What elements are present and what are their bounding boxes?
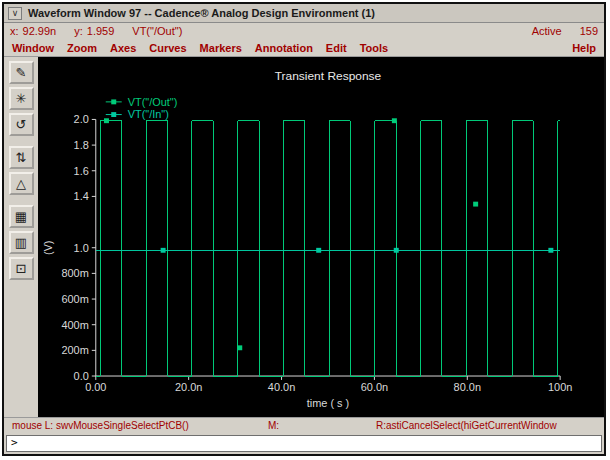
legend-sample-marker <box>111 112 116 117</box>
menubar: Window Zoom Axes Curves Markers Annotati… <box>4 39 604 57</box>
trace-marker[interactable] <box>392 118 397 123</box>
x-tick-label: 40.0n <box>268 381 295 393</box>
menu-edit[interactable]: Edit <box>326 42 347 54</box>
trace-marker[interactable] <box>394 248 399 253</box>
y-tick-label: 800m <box>61 267 88 279</box>
slope-mode-button[interactable]: △ <box>9 172 34 195</box>
waveform-plot[interactable]: 2.01.81.61.41.0800m600m400m200m0.00.0020… <box>38 57 604 417</box>
window-collapse-button[interactable]: ∨ <box>8 7 22 20</box>
trace-marker[interactable] <box>548 248 553 253</box>
y-tick-label: 1.6 <box>74 165 89 177</box>
menu-annotation[interactable]: Annotation <box>255 42 313 54</box>
y-axis-label: (V) <box>42 241 54 255</box>
mouse-middle-binding-label: M: <box>268 418 279 433</box>
trace-marker[interactable] <box>237 345 242 350</box>
x-tick-label: 60.0n <box>361 381 388 393</box>
menu-tools[interactable]: Tools <box>360 42 389 54</box>
titlebar: ∨ Waveform Window 97 -- Cadence® Analog … <box>4 4 604 23</box>
y-readout-value: 1.959 <box>87 25 115 37</box>
undo-button[interactable]: ↺ <box>9 113 34 136</box>
y-readout: y: 1.959 <box>74 25 114 37</box>
mouse-right-binding-label: R: <box>376 420 386 431</box>
active-count: 159 <box>580 25 598 37</box>
y-tick-label: 1.4 <box>74 190 89 202</box>
legend-entry[interactable]: VT("/In") <box>128 109 169 121</box>
waveform-window: ∨ Waveform Window 97 -- Cadence® Analog … <box>2 2 606 456</box>
subwindow-button[interactable]: ⊡ <box>9 257 34 280</box>
menu-axes[interactable]: Axes <box>110 42 136 54</box>
subwindow-icon: ⊡ <box>16 261 27 276</box>
x-tick-label: 80.0n <box>454 381 481 393</box>
y-tick-label: 400m <box>61 319 88 331</box>
x-readout: x: 92.99n <box>10 25 56 37</box>
mouse-left-binding-label: mouse L: <box>12 420 53 431</box>
crosshair-readout-bar: x: 92.99n y: 1.959 VT("/Out") Active 159 <box>4 23 604 39</box>
starburst-icon: ✳ <box>16 91 27 106</box>
mouse-bindings-statusbar: mouse L: swvMouseSingleSelectPtCB() M: R… <box>4 417 604 434</box>
strip-chart-button[interactable]: ▦ <box>9 205 34 228</box>
trace-marker[interactable] <box>473 202 478 207</box>
chart-title: Transient Response <box>275 70 382 84</box>
y-readout-label: y: <box>74 25 83 37</box>
command-prompt[interactable]: > <box>6 435 602 452</box>
undo-arrow-icon: ↺ <box>16 117 27 132</box>
y-tick-label: 1.8 <box>74 139 89 151</box>
x-axis-label: time ( s ) <box>307 397 350 409</box>
prompt-symbol: > <box>11 436 18 449</box>
legend-entry[interactable]: VT("/Out") <box>128 96 178 108</box>
left-toolbar: ✎ ✳ ↺ ⇅ △ ▦ ▥ ⊡ <box>4 57 38 417</box>
menu-help[interactable]: Help <box>572 42 596 54</box>
legend-sample-marker <box>111 99 116 104</box>
plot-area: 2.01.81.61.41.0800m600m400m200m0.00.0020… <box>38 57 604 417</box>
pencil-button[interactable]: ✎ <box>9 61 34 84</box>
main-area: ✎ ✳ ↺ ⇅ △ ▦ ▥ ⊡ 2.01.8 <box>4 57 604 417</box>
trace-marker[interactable] <box>316 248 321 253</box>
x-tick-label: 0.00 <box>85 381 106 393</box>
menu-window[interactable]: Window <box>12 42 54 54</box>
composite-chart-button[interactable]: ▥ <box>9 231 34 254</box>
menu-zoom[interactable]: Zoom <box>67 42 97 54</box>
pencil-icon: ✎ <box>16 65 27 80</box>
x-readout-label: x: <box>10 25 19 37</box>
y-tick-label: 200m <box>61 344 88 356</box>
x-tick-label: 20.0n <box>175 381 202 393</box>
window-title: Waveform Window 97 -- Cadence® Analog De… <box>28 7 375 19</box>
x-tick-label: 100n <box>548 381 572 393</box>
mouse-right-binding-value: astiCancelSelect(hiGetCurrentWindow <box>386 420 557 431</box>
x-readout-value: 92.99n <box>23 25 57 37</box>
y-tick-label: 2.0 <box>74 113 89 125</box>
y-tick-label: 600m <box>61 293 88 305</box>
slope-icon: △ <box>16 176 26 191</box>
composite-chart-icon: ▥ <box>15 235 27 250</box>
active-label: Active <box>532 25 562 37</box>
menu-curves[interactable]: Curves <box>149 42 186 54</box>
y-tick-label: 1.0 <box>74 242 89 254</box>
marker-mode-button[interactable]: ⇅ <box>9 146 34 169</box>
zoom-fit-button[interactable]: ✳ <box>9 87 34 110</box>
trace-marker[interactable] <box>161 248 166 253</box>
wave-arrows-icon: ⇅ <box>16 150 27 165</box>
mouse-left-binding-value: swvMouseSingleSelectPtCB() <box>56 420 189 431</box>
selected-trace-readout: VT("/Out") <box>132 25 182 37</box>
trace-marker[interactable] <box>104 118 109 123</box>
menu-markers[interactable]: Markers <box>200 42 242 54</box>
strip-chart-icon: ▦ <box>15 209 27 224</box>
